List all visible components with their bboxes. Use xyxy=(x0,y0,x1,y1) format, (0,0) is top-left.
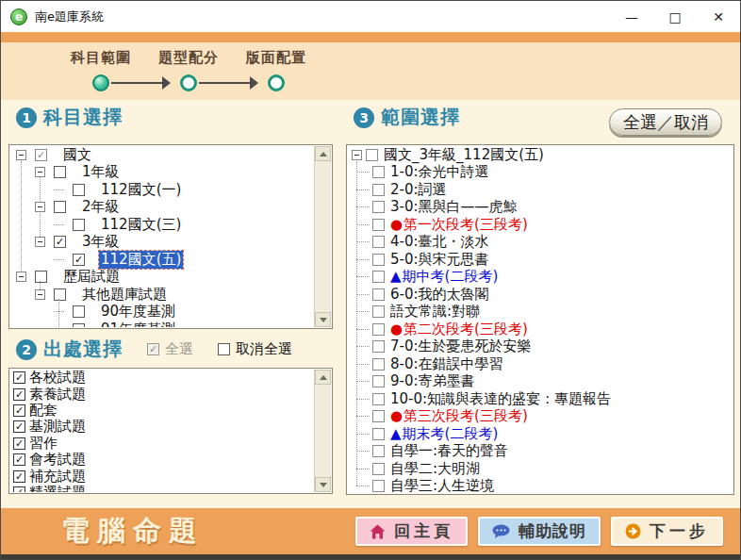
tree-item-label[interactable]: 其他題庫試題 xyxy=(80,286,169,304)
tree-checkbox[interactable] xyxy=(54,201,66,213)
tree-item-label[interactable]: 國文_3年級_112國文(五) xyxy=(382,146,546,164)
tree-item-label[interactable]: 歷屆試題 xyxy=(61,268,122,286)
select-all-checkbox-row[interactable]: ✓ 全選 xyxy=(147,340,193,358)
tree-expander-icon[interactable] xyxy=(35,237,45,247)
maximize-button[interactable]: □ xyxy=(653,2,697,32)
tree-item-label[interactable]: 自學三:人生逆境 xyxy=(388,477,496,493)
tree-row[interactable]: 112國文(一) xyxy=(10,181,315,199)
source-item-checkbox[interactable]: ✓ xyxy=(13,453,25,466)
select-all-toggle-button[interactable]: 全選／取消 xyxy=(609,108,722,136)
tree-row[interactable]: ●第三次段考(三段考) xyxy=(348,408,733,426)
source-list-scrollbar[interactable] xyxy=(314,370,331,492)
tree-checkbox[interactable] xyxy=(54,288,66,301)
tree-row[interactable]: 2年級 xyxy=(10,199,315,217)
tree-row[interactable]: ●第二次段考(三段考) xyxy=(348,321,733,338)
tree-item-label[interactable]: 112國文(一) xyxy=(99,181,183,199)
tree-checkbox[interactable] xyxy=(372,254,385,266)
step-circle-2-icon[interactable] xyxy=(180,74,197,91)
tree-row[interactable]: 8-0:在錯誤中學習 xyxy=(348,355,733,373)
help-button[interactable]: 輔助說明 xyxy=(478,517,601,546)
scroll-up-icon[interactable] xyxy=(315,370,331,385)
tree-row[interactable]: 10-0:知識與表達的盛宴：專題報告 xyxy=(348,390,733,408)
tree-checkbox[interactable] xyxy=(372,375,385,387)
source-item-checkbox[interactable]: ✓ xyxy=(13,371,25,384)
tree-checkbox[interactable] xyxy=(366,149,378,161)
tree-checkbox[interactable] xyxy=(372,305,385,318)
source-item-checkbox[interactable]: ✓ xyxy=(13,404,25,417)
tree-row[interactable]: ▲期末考(二段考) xyxy=(348,425,733,443)
scroll-down-icon[interactable] xyxy=(315,312,331,327)
tree-row[interactable]: 自學三:人生逆境 xyxy=(348,478,733,494)
tree-row[interactable]: 9-0:寄弟墨書 xyxy=(348,373,733,391)
tree-checkbox[interactable] xyxy=(372,236,385,248)
tree-checkbox[interactable] xyxy=(372,393,385,405)
tree-item-label[interactable]: 10-0:知識與表達的盛宴：專題報告 xyxy=(388,390,613,408)
tree-checkbox[interactable] xyxy=(372,428,385,440)
home-button[interactable]: 回主頁 xyxy=(355,517,468,546)
tree-item-label[interactable]: 4-0:臺北・淡水 xyxy=(388,233,491,251)
tree-row[interactable]: 4-0:臺北・淡水 xyxy=(348,234,733,252)
tree-item-label[interactable]: 3年級 xyxy=(80,233,122,251)
tree-item-label[interactable]: 5-0:與宋元思書 xyxy=(388,251,491,269)
close-button[interactable]: ✕ xyxy=(697,2,740,32)
tree-row[interactable]: ▲期中考(二段考) xyxy=(348,269,733,287)
scroll-up-icon[interactable] xyxy=(315,146,331,161)
tree-checkbox[interactable] xyxy=(73,323,85,327)
tree-item-label[interactable]: ●第一次段考(三段考) xyxy=(388,216,530,234)
tree-checkbox[interactable] xyxy=(372,410,385,422)
minimize-button[interactable]: — xyxy=(610,2,653,32)
tree-row[interactable]: 1-0:余光中詩選 xyxy=(348,164,733,182)
tree-expander-icon[interactable] xyxy=(16,150,26,160)
tree-row[interactable]: 自學一:春天的聲音 xyxy=(348,443,733,461)
tree-checkbox[interactable] xyxy=(372,445,385,457)
source-item-checkbox[interactable]: ✓ xyxy=(13,486,25,492)
source-list-item[interactable]: ✓會考試題 xyxy=(10,452,315,468)
tree-item-label[interactable]: ●第二次段考(三段考) xyxy=(388,321,530,338)
tree-item-label[interactable]: 112國文(五) xyxy=(99,251,183,269)
tree-item-label[interactable]: 2年級 xyxy=(80,198,122,216)
deselect-all-checkbox-row[interactable]: 取消全選 xyxy=(218,340,292,358)
tree-expander-icon[interactable] xyxy=(35,202,45,212)
tree-row[interactable]: 91年度基測 xyxy=(10,321,315,327)
tree-item-label[interactable]: ●第三次段考(三段考) xyxy=(388,407,530,425)
tree-item-label[interactable]: 1年級 xyxy=(80,163,122,181)
tree-expander-icon[interactable] xyxy=(35,289,45,300)
tree-checkbox[interactable] xyxy=(372,288,385,301)
tree-row[interactable]: ●第一次段考(三段考) xyxy=(348,216,733,234)
source-item-checkbox[interactable]: ✓ xyxy=(13,437,25,450)
tree-row[interactable]: ✓國文 xyxy=(10,146,315,164)
tree-row[interactable]: 國文_3年級_112國文(五) xyxy=(348,146,733,164)
tree-row[interactable]: 7-0:生於憂患死於安樂 xyxy=(348,338,733,356)
source-list-item[interactable]: ✓基測試題 xyxy=(10,419,315,435)
tree-item-label[interactable]: 自學一:春天的聲音 xyxy=(388,442,510,460)
tree-item-label[interactable]: 語文常識:對聯 xyxy=(388,303,482,321)
tree-row[interactable]: ✓112國文(五) xyxy=(10,251,315,269)
tree-checkbox[interactable] xyxy=(372,358,385,371)
tree-checkbox[interactable] xyxy=(372,271,385,283)
tree-row[interactable]: 90年度基測 xyxy=(10,304,315,321)
tree-row[interactable]: 3-0:黑與白——虎鯨 xyxy=(348,199,733,217)
tree-checkbox[interactable] xyxy=(372,166,385,178)
tree-row[interactable]: 其他題庫試題 xyxy=(10,286,315,304)
tree-item-label[interactable]: 7-0:生於憂患死於安樂 xyxy=(388,338,534,355)
source-list-item[interactable]: ✓習作 xyxy=(10,436,315,452)
tree-row[interactable]: 112國文(三) xyxy=(10,216,315,234)
tree-checkbox[interactable] xyxy=(54,166,66,178)
tree-checkbox[interactable] xyxy=(372,463,385,475)
tree-item-label[interactable]: 自學二:大明湖 xyxy=(388,460,482,478)
tree-checkbox[interactable] xyxy=(372,323,385,336)
subject-tree[interactable]: ✓國文1年級112國文(一)2年級112國文(三)✓3年級✓112國文(五)歷屆… xyxy=(10,146,315,327)
tree-item-label[interactable]: 112國文(三) xyxy=(99,216,183,234)
tree-checkbox[interactable] xyxy=(372,219,385,231)
tree-item-label[interactable]: 8-0:在錯誤中學習 xyxy=(388,355,505,373)
tree-item-label[interactable]: 1-0:余光中詩選 xyxy=(388,163,491,181)
tree-row[interactable]: 歷屆試題 xyxy=(10,269,315,287)
tree-item-label[interactable]: 3-0:黑與白——虎鯨 xyxy=(388,198,519,216)
tree-row[interactable]: 自學二:大明湖 xyxy=(348,460,733,478)
step-circle-1-active-icon[interactable] xyxy=(92,74,109,91)
tree-row[interactable]: 6-0:我的太魯閣 xyxy=(348,286,733,304)
tree-checkbox[interactable]: ✓ xyxy=(35,149,47,161)
tree-checkbox[interactable]: ✓ xyxy=(54,236,66,248)
source-list[interactable]: ✓各校試題✓素養試題✓配套✓基測試題✓習作✓會考試題✓補充試題✓精選試題 xyxy=(10,370,315,492)
tree-item-label[interactable]: ▲期中考(二段考) xyxy=(388,268,500,286)
